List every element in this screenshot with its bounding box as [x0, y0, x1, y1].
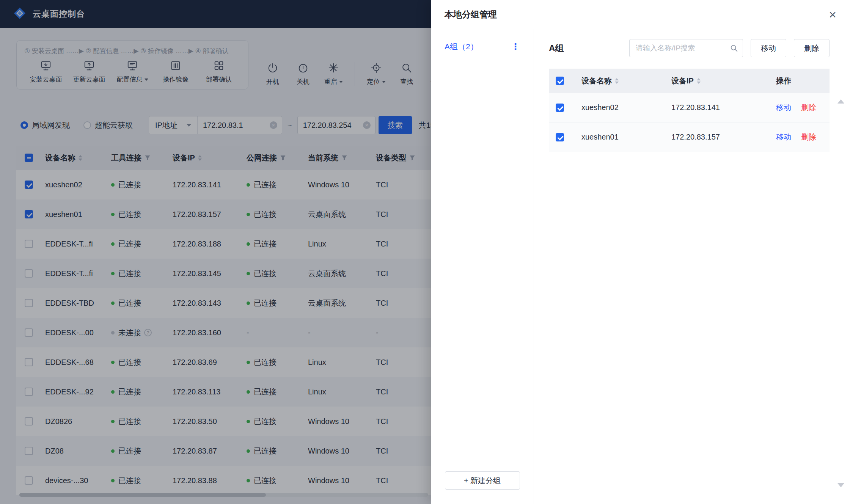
move-link[interactable]: 移动 — [776, 102, 791, 113]
device-ip: 172.20.83.141 — [663, 103, 769, 112]
scroll-down-icon[interactable] — [837, 483, 844, 487]
drawer-title: 本地分组管理 — [445, 9, 497, 20]
group-list-panel: A组（2） ⋮ + 新建分组 — [431, 29, 534, 504]
cloud-desktop-console: 云桌面控制台 ① 安装云桌面 ……▶ ② 配置信息 ……▶ ③ 操作镜像 ……▶… — [0, 0, 850, 504]
row-checkbox[interactable] — [556, 104, 564, 112]
group-item[interactable]: A组（2） ⋮ — [431, 38, 534, 56]
search-icon[interactable] — [730, 44, 738, 54]
delete-link[interactable]: 删除 — [801, 102, 816, 113]
device-ip: 172.20.83.157 — [663, 133, 769, 141]
sort-icon[interactable] — [697, 78, 701, 84]
col-header-action: 操作 — [776, 76, 791, 86]
kebab-menu-icon[interactable]: ⋮ — [511, 42, 520, 51]
close-icon[interactable]: × — [829, 8, 836, 21]
new-group-button[interactable]: + 新建分组 — [445, 471, 520, 490]
device-name: xueshen02 — [573, 103, 663, 112]
group-list: A组（2） ⋮ — [431, 38, 534, 56]
col-header-name: 设备名称 — [581, 76, 612, 86]
group-table-header: 设备名称 设备IP 操作 — [549, 69, 830, 93]
group-name: A组（2） — [445, 41, 478, 52]
group-search-input[interactable] — [629, 39, 743, 57]
group-device-row: xueshen02 172.20.83.141 移动 删除 — [549, 93, 830, 122]
delete-button[interactable]: 删除 — [794, 39, 830, 57]
local-group-management-drawer: 本地分组管理 × A组（2） ⋮ + 新建分组 A组 — [431, 0, 850, 504]
move-link[interactable]: 移动 — [776, 132, 791, 142]
group-detail-toolbar: A组 移动 删除 — [549, 39, 830, 57]
delete-link[interactable]: 删除 — [801, 132, 816, 142]
drawer-header: 本地分组管理 × — [431, 0, 850, 29]
scroll-up-icon[interactable] — [837, 99, 844, 104]
group-search — [629, 39, 743, 57]
sort-icon[interactable] — [615, 78, 619, 84]
group-detail-panel: A组 移动 删除 设备名称 — [534, 29, 850, 504]
row-checkbox[interactable] — [556, 133, 564, 141]
move-button[interactable]: 移动 — [751, 39, 786, 57]
group-device-table: 设备名称 设备IP 操作 — [549, 69, 830, 152]
col-header-ip: 设备IP — [671, 76, 694, 86]
group-title: A组 — [549, 42, 564, 54]
group-device-row: xueshen01 172.20.83.157 移动 删除 — [549, 122, 830, 152]
group-table-body: xueshen02 172.20.83.141 移动 删除 xueshen0 — [549, 93, 830, 152]
drawer-body: A组（2） ⋮ + 新建分组 A组 移动 — [431, 29, 850, 504]
select-all-checkbox[interactable] — [556, 77, 564, 85]
device-name: xueshen01 — [573, 133, 663, 141]
